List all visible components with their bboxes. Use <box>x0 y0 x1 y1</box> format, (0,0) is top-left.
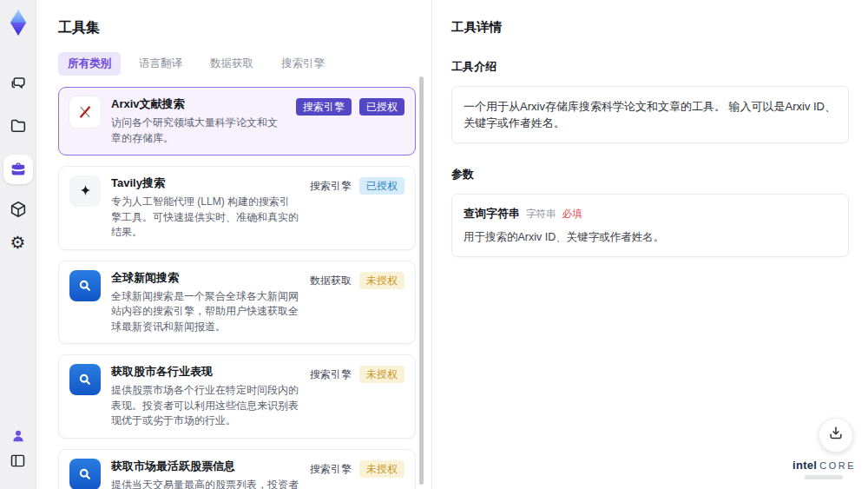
app-logo-icon[interactable] <box>5 9 31 36</box>
tool-info: Tavily搜索 专为人工智能代理 (LLM) 构建的搜索引擎工具。可快速提供实… <box>111 175 299 241</box>
tool-tags: 数据获取 未授权 <box>310 272 404 289</box>
category-tag: 搜索引擎 <box>310 460 352 478</box>
sidebar-item-plugins[interactable] <box>8 199 29 220</box>
search-icon <box>69 270 101 301</box>
toolbox-icon <box>9 160 28 179</box>
app-window: ⚙ 工具集 所有类别 语言翻译 数据获取 <box>0 0 868 489</box>
auth-status-badge: 已授权 <box>359 98 404 116</box>
tool-description: 提供股票市场各个行业在特定时间段内的表现。投资者可以利用这些信息来识别表现优于或… <box>111 383 299 429</box>
tools-list: Arxiv文献搜索 访问各个研究领域大量科学论文和文章的存储库。 搜索引擎 已授… <box>58 87 416 489</box>
tool-info: 全球新闻搜索 全球新闻搜索是一个聚合全球各大新闻网站内容的搜索引擎，帮助用户快速… <box>111 270 299 335</box>
sidebar-item-tools[interactable] <box>3 155 33 184</box>
param-header: 查询字符串 字符串 必填 <box>464 206 837 221</box>
tools-list-panel: 工具集 所有类别 语言翻译 数据获取 搜索引擎 Arxiv文献搜索 访问各个研究… <box>36 0 432 489</box>
sidebar-item-files[interactable] <box>8 116 29 136</box>
list-scrollbar[interactable] <box>419 76 424 485</box>
tool-name: 获取市场最活跃股票信息 <box>111 459 299 474</box>
tool-card-global-news[interactable]: 全球新闻搜索 全球新闻搜索是一个聚合全球各大新闻网站内容的搜索引擎，帮助用户快速… <box>58 261 416 345</box>
tool-description: 提供当天交易量最高的股票列表，投资者可以利用这些信息来识别流动性强的股票和潜在的… <box>111 478 299 489</box>
tab-search-engine[interactable]: 搜索引擎 <box>272 52 334 76</box>
param-type: 字符串 <box>526 208 556 221</box>
category-tag: 搜索引擎 <box>310 177 352 195</box>
gear-icon: ⚙ <box>10 234 26 251</box>
auth-status-badge: 已授权 <box>359 177 404 195</box>
tool-info: 获取市场最活跃股票信息 提供当天交易量最高的股票列表，投资者可以利用这些信息来识… <box>111 459 299 489</box>
category-tabs: 所有类别 语言翻译 数据获取 搜索引擎 <box>58 52 416 76</box>
page-title: 工具集 <box>58 19 416 37</box>
sidebar-item-settings[interactable]: ⚙ <box>8 232 29 253</box>
category-tag: 搜索引擎 <box>310 366 352 383</box>
tool-name: 全球新闻搜索 <box>111 270 299 286</box>
tool-card-active-stocks[interactable]: 获取市场最活跃股票信息 提供当天交易量最高的股票列表，投资者可以利用这些信息来识… <box>58 449 416 489</box>
param-name: 查询字符串 <box>464 206 520 221</box>
tab-language-translation[interactable]: 语言翻译 <box>129 52 192 76</box>
sparkle-icon <box>69 175 101 207</box>
tool-description: 专为人工智能代理 (LLM) 构建的搜索引擎工具。可快速提供实时、准确和真实的结… <box>111 195 299 241</box>
intel-core-logo: intelCORE <box>792 458 856 479</box>
folder-icon <box>9 116 28 135</box>
tool-description: 全球新闻搜索是一个聚合全球各大新闻网站内容的搜索引擎，帮助用户快速获取全球最新资… <box>111 289 299 335</box>
auth-status-badge: 未授权 <box>359 366 404 383</box>
chat-icon <box>9 74 28 93</box>
tool-tags: 搜索引擎 已授权 <box>296 98 404 116</box>
tool-description: 访问各个研究领域大量科学论文和文章的存储库。 <box>111 116 286 146</box>
param-box: 查询字符串 字符串 必填 用于搜索的Arxiv ID、关键字或作者姓名。 <box>451 194 849 257</box>
sidebar-item-chat[interactable] <box>8 73 29 94</box>
params-heading: 参数 <box>451 167 849 182</box>
tool-detail-panel: 工具详情 工具介绍 一个用于从Arxiv存储库搜索科学论文和文章的工具。 输入可… <box>432 0 868 489</box>
auth-status-badge: 未授权 <box>359 460 404 478</box>
panel-toggle-icon <box>9 452 27 470</box>
tool-name: Arxiv文献搜索 <box>111 96 286 112</box>
panel-toggle-button[interactable] <box>8 450 29 471</box>
param-description: 用于搜索的Arxiv ID、关键字或作者姓名。 <box>464 229 837 245</box>
sidebar: ⚙ <box>0 0 36 489</box>
intro-box: 一个用于从Arxiv存储库搜索科学论文和文章的工具。 输入可以是Arxiv ID… <box>451 86 849 143</box>
brand-subline <box>805 475 843 479</box>
tool-tags: 搜索引擎 未授权 <box>310 366 404 383</box>
core-wordmark: CORE <box>819 460 856 471</box>
tool-info: Arxiv文献搜索 访问各个研究领域大量科学论文和文章的存储库。 <box>111 96 286 146</box>
tab-all-categories[interactable]: 所有类别 <box>58 52 121 76</box>
tool-name: 获取股市各行业表现 <box>111 364 299 380</box>
tool-tags: 搜索引擎 已授权 <box>310 177 404 195</box>
arxiv-logo-icon <box>69 96 101 128</box>
tab-data-fetch[interactable]: 数据获取 <box>201 52 263 76</box>
tool-tags: 搜索引擎 未授权 <box>310 460 404 478</box>
search-icon <box>69 364 101 395</box>
tool-card-tavily[interactable]: Tavily搜索 专为人工智能代理 (LLM) 构建的搜索引擎工具。可快速提供实… <box>58 166 416 250</box>
intro-heading: 工具介绍 <box>451 59 849 75</box>
intel-wordmark: intel <box>792 459 817 472</box>
download-button[interactable] <box>819 418 853 453</box>
search-icon <box>69 459 101 489</box>
download-icon <box>827 425 845 446</box>
user-avatar[interactable] <box>8 426 29 446</box>
intro-text: 一个用于从Arxiv存储库搜索科学论文和文章的工具。 输入可以是Arxiv ID… <box>464 98 837 131</box>
detail-title: 工具详情 <box>451 19 849 36</box>
auth-status-badge: 未授权 <box>359 272 404 289</box>
category-tag: 数据获取 <box>310 272 352 289</box>
tool-info: 获取股市各行业表现 提供股票市场各个行业在特定时间段内的表现。投资者可以利用这些… <box>111 364 299 429</box>
category-tag: 搜索引擎 <box>296 98 352 116</box>
tool-card-sector-performance[interactable]: 获取股市各行业表现 提供股票市场各个行业在特定时间段内的表现。投资者可以利用这些… <box>58 354 416 439</box>
tool-name: Tavily搜索 <box>111 175 299 191</box>
param-required-badge: 必填 <box>562 208 582 221</box>
tool-card-arxiv[interactable]: Arxiv文献搜索 访问各个研究领域大量科学论文和文章的存储库。 搜索引擎 已授… <box>58 87 416 155</box>
user-icon <box>10 427 27 445</box>
cube-icon <box>9 200 28 219</box>
